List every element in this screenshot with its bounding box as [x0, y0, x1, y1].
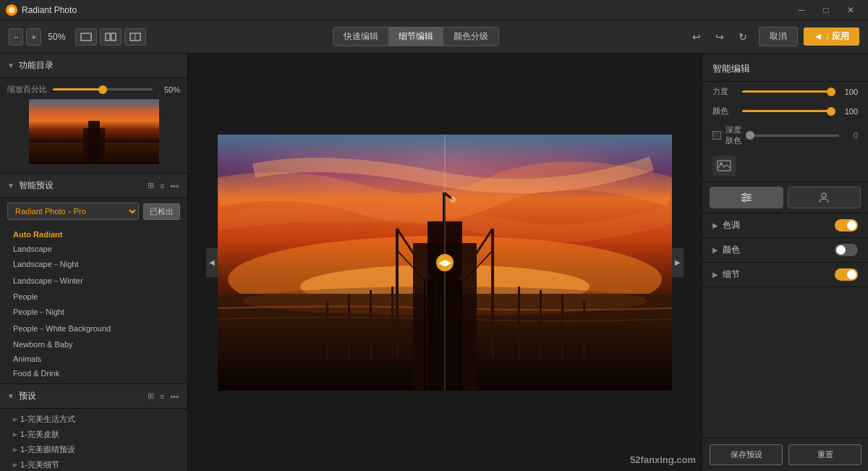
nav-arrow-left[interactable]: ◀ [206, 248, 218, 277]
preview-thumbnail [29, 99, 159, 164]
preset-badge: 已检出 [143, 203, 180, 220]
color-toggle-knob [836, 245, 846, 255]
close-button[interactable]: ✕ [839, 3, 862, 17]
detail-section-row[interactable]: ▶ 细节 [702, 263, 868, 287]
preset-item[interactable]: 1-完美生活方式 [0, 412, 187, 427]
svg-rect-26 [491, 229, 494, 359]
smart-preset-item[interactable]: People [0, 289, 187, 304]
svg-point-52 [743, 199, 746, 202]
zoom-out-button[interactable]: − [9, 28, 23, 46]
smart-preset-item[interactable]: Landscape [0, 242, 187, 256]
presets-header[interactable]: ▼ 预设 ⊞ ≡ ••• [0, 384, 187, 409]
svg-rect-19 [438, 279, 440, 391]
save-preset-button[interactable]: 保存预设 [710, 444, 783, 465]
svg-rect-9 [88, 121, 100, 164]
preset-item[interactable]: 1-完美皮肤 [0, 427, 187, 442]
presets-list-btn[interactable]: ≡ [158, 391, 166, 401]
zoom-slider[interactable] [53, 88, 153, 90]
undo-button[interactable]: ↩ [686, 27, 707, 47]
svg-point-50 [744, 193, 746, 196]
function-menu-arrow: ▼ [7, 61, 14, 69]
bottom-actions: 保存预设 重置 [702, 438, 868, 471]
svg-rect-40 [518, 287, 520, 359]
smart-preset-item[interactable]: People－Night [0, 304, 187, 321]
nav-arrow-right[interactable]: ▶ [672, 248, 684, 277]
tab-color-grade[interactable]: 颜色分级 [443, 27, 498, 46]
smart-preset-item[interactable]: Food & Drink [0, 366, 187, 381]
presets-grid-btn[interactable]: ⊞ [146, 391, 156, 401]
svg-rect-42 [561, 294, 563, 359]
zoom-pct: 50% [158, 85, 180, 94]
right-tab-bar [702, 182, 868, 213]
preset-item[interactable]: 1-完美眼睛预设 [0, 442, 187, 457]
smart-presets-header[interactable]: ▼ 智能预设 ⊞ ≡ ••• [0, 174, 187, 198]
apply-button[interactable]: ↓ 应用 [804, 27, 859, 46]
svg-rect-21 [453, 279, 454, 391]
svg-point-33 [438, 281, 443, 294]
skin-checkbox[interactable] [712, 131, 721, 140]
tone-label: 色调 [723, 219, 835, 232]
strength-slider-row: 力度 100 [702, 82, 868, 101]
smart-preset-item[interactable]: Animals [0, 352, 187, 366]
function-menu-title: 功能目录 [19, 59, 180, 72]
preset-dropdown[interactable]: Radiant Photo－Pro [7, 203, 139, 220]
view-mode-3-button[interactable] [124, 28, 146, 46]
presets-more-btn[interactable]: ••• [169, 391, 180, 401]
tone-arrow: ▶ [712, 221, 718, 229]
view-mode-1-button[interactable] [75, 28, 97, 46]
detail-toggle[interactable] [835, 268, 858, 281]
cancel-button[interactable]: 取消 [759, 27, 798, 46]
strength-slider[interactable] [742, 90, 835, 93]
view-mode-controls [75, 28, 146, 46]
presets-arrow: ▼ [7, 392, 14, 400]
preset-item[interactable]: 1-完美细节 [0, 457, 187, 471]
presets-tools: ⊞ ≡ ••• [146, 391, 180, 401]
zoom-in-button[interactable]: + [26, 28, 41, 46]
compare-handle[interactable]: ◀▶ [436, 254, 454, 271]
svg-rect-22 [460, 279, 461, 391]
canvas-area: ◀▶ ◀ ▶ 52fanxing.com [188, 54, 702, 471]
svg-point-53 [822, 193, 826, 198]
color-toggle[interactable] [835, 244, 858, 256]
strength-value: 100 [841, 88, 858, 96]
smart-preset-item[interactable]: Landscape－Night [0, 256, 187, 273]
smart-preset-item[interactable]: People－White Background [0, 321, 187, 337]
reset-button[interactable]: 重置 [788, 444, 861, 465]
smart-preset-item[interactable]: Auto Radiant [0, 227, 187, 242]
svg-rect-43 [583, 301, 585, 359]
main-layout: ▼ 功能目录 缩放百分比 50% [0, 54, 868, 471]
tab-quick-edit[interactable]: 快速编辑 [333, 27, 388, 46]
titlebar-left: Radiant Photo [6, 4, 77, 16]
more-options-btn[interactable]: ••• [169, 181, 180, 190]
right-tab-adjustments[interactable] [710, 187, 783, 208]
smart-preset-item[interactable]: Landscape－Winter [0, 273, 187, 289]
color-section-row[interactable]: ▶ 颜色 [702, 238, 868, 263]
grid-view-btn[interactable]: ⊞ [146, 181, 156, 190]
svg-rect-38 [370, 290, 372, 359]
skin-slider[interactable] [746, 135, 839, 137]
svg-rect-17 [424, 279, 425, 391]
zoom-value: 50% [44, 32, 69, 42]
refresh-button[interactable]: ↻ [733, 27, 753, 47]
svg-rect-1 [81, 33, 91, 41]
tab-detail-edit[interactable]: 细节编辑 [388, 27, 443, 46]
smart-preset-item[interactable]: Newborn & Baby [0, 337, 187, 352]
view-mode-2-button[interactable] [100, 28, 122, 46]
list-view-btn[interactable]: ≡ [158, 181, 166, 190]
smart-presets-arrow: ▼ [7, 182, 14, 190]
maximize-button[interactable]: □ [814, 3, 838, 17]
tone-toggle-knob [847, 221, 856, 230]
redo-button[interactable]: ↪ [710, 27, 730, 47]
tone-section-row[interactable]: ▶ 色调 [702, 213, 868, 238]
svg-point-31 [450, 197, 456, 203]
minimize-button[interactable]: ─ [790, 3, 813, 17]
tone-toggle[interactable] [835, 219, 858, 232]
watermark: 52fanxing.com [630, 454, 696, 465]
function-menu-header[interactable]: ▼ 功能目录 [0, 54, 187, 78]
detail-toggle-knob [847, 270, 856, 279]
right-tab-person[interactable] [788, 187, 861, 208]
color-slider[interactable] [742, 110, 835, 112]
toolbar: − + 50% 快速编辑 细节编辑 颜色分级 ↩ ↪ ↻ 取消 ↓ 应用 [0, 20, 868, 54]
svg-point-34 [446, 280, 452, 294]
zoom-controls: − + 50% [9, 28, 69, 46]
